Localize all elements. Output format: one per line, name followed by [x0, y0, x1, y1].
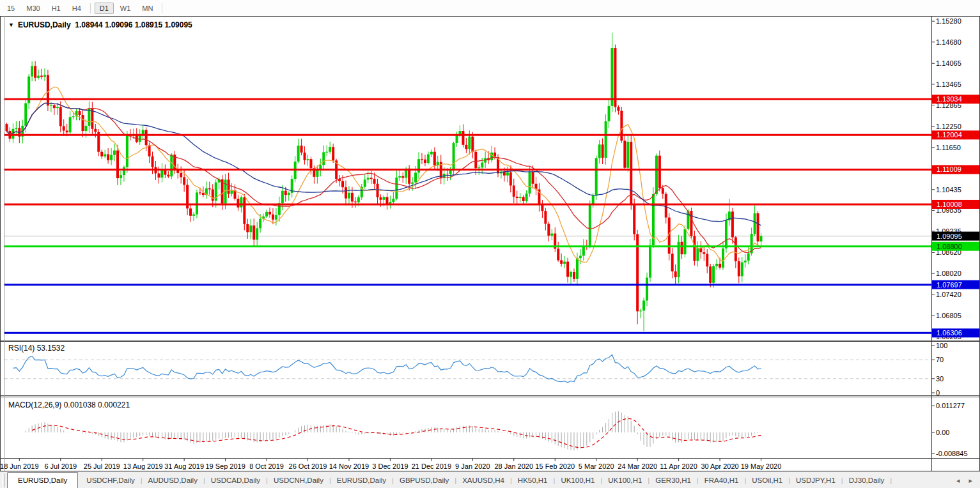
symbol-tab[interactable]: AUDUSD,Daily [143, 472, 203, 488]
symbol-tab[interactable]: GBPUSD,Daily [394, 472, 455, 488]
timeframe-button-m30[interactable]: M30 [21, 3, 45, 14]
toolbar-separator [90, 3, 91, 13]
symbol-dropdown-icon[interactable]: ▼ [8, 22, 14, 28]
timeframe-button-h4[interactable]: H4 [67, 3, 86, 14]
chart-title: ▼EURUSD,Daily 1.08944 1.09096 1.08915 1.… [8, 20, 192, 29]
tabbar-grip [2, 474, 5, 487]
symbol-tab[interactable]: UK100,H1 [555, 472, 600, 488]
timeframe-button-w1[interactable]: W1 [115, 3, 136, 14]
symbol-tab[interactable]: DJ30,Daily [843, 472, 891, 488]
symbol-tab[interactable]: USDCNH,Daily [268, 472, 329, 488]
toolbar-separator [162, 3, 162, 13]
rsi-panel[interactable] [4, 342, 931, 396]
rsi-label: RSI(14) 53.1532 [8, 344, 65, 353]
timeframe-button-h1[interactable]: H1 [47, 3, 66, 14]
symbol-tab[interactable]: HK50,H1 [512, 472, 554, 488]
macd-panel[interactable] [4, 397, 931, 459]
symbol-tab[interactable]: UK100,H1 [602, 472, 648, 488]
timeframe-toolbar: 15M30H1H4D1W1MN [0, 0, 980, 16]
timeframe-button-15[interactable]: 15 [2, 3, 20, 14]
macd-label: MACD(12,26,9) 0.001038 0.000221 [8, 400, 130, 409]
tab-scroll-left-icon[interactable]: ◂ [956, 477, 960, 485]
symbol-tab-bar: EURUSD,DailyUSDCHF,Daily|AUDUSD,Daily|US… [0, 471, 980, 488]
symbol-tab[interactable]: FRA40,H1 [699, 472, 745, 488]
symbol-tab[interactable]: USDCAD,Daily [205, 472, 266, 488]
tab-scroll-arrows: ◂ ▸ [956, 472, 972, 488]
symbol-tab[interactable]: USOil,H1 [746, 472, 788, 488]
symbol-tab[interactable]: EURUSD,Daily [331, 472, 392, 488]
symbol-tab[interactable]: GER30,H1 [649, 472, 697, 488]
tab-scroll-right-icon[interactable]: ▸ [968, 477, 972, 485]
main-chart-plot-area[interactable] [4, 16, 931, 340]
timeframe-button-d1[interactable]: D1 [95, 3, 114, 14]
chart-title-ohlc: 1.08944 1.09096 1.08915 1.09095 [75, 20, 192, 29]
timeframe-button-mn[interactable]: MN [137, 3, 158, 14]
chart-window: 1.152801.146801.140651.134651.128651.122… [0, 16, 980, 471]
chart-title-symbol: EURUSD,Daily [18, 20, 71, 29]
symbol-tab[interactable]: XAUUSD,H4 [456, 472, 510, 488]
symbol-tab-active[interactable]: EURUSD,Daily [7, 472, 78, 488]
tabs-container: EURUSD,DailyUSDCHF,Daily|AUDUSD,Daily|US… [7, 472, 892, 488]
symbol-tab[interactable]: USDCHF,Daily [81, 472, 140, 488]
tab-separator: | [890, 472, 892, 488]
time-axis[interactable] [4, 459, 931, 471]
price-axis[interactable] [932, 16, 980, 459]
symbol-tab[interactable]: USDJPY,H1 [790, 472, 841, 488]
